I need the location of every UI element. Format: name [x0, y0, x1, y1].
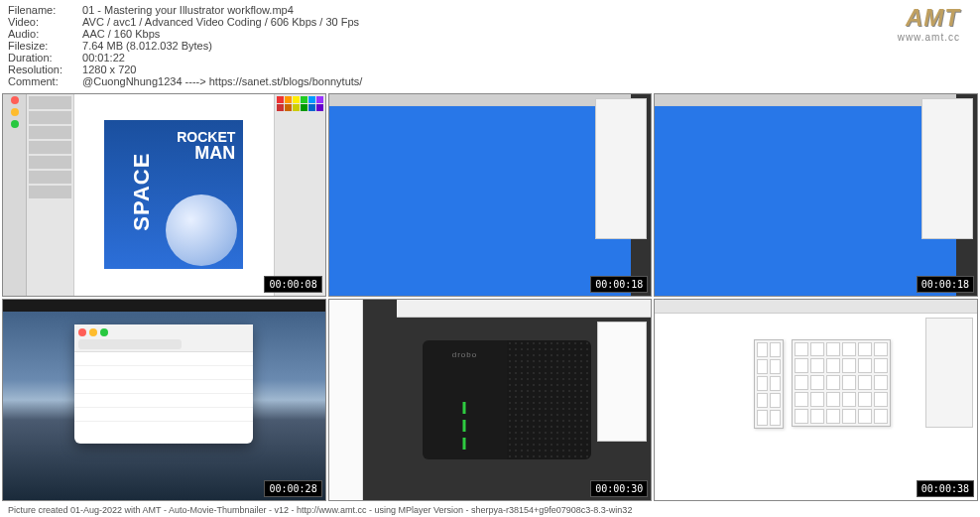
right-panel: [925, 318, 973, 428]
filesize-value: 7.64 MB (8.012.032 Bytes): [82, 40, 362, 52]
layer-item: [29, 156, 71, 169]
titlebar: [655, 300, 977, 314]
poster-artwork: ROCKETMAN SPACE: [104, 120, 243, 269]
menubar: [3, 300, 325, 312]
window-header: [74, 324, 253, 352]
thumbnail-6: 00:00:38: [654, 299, 978, 502]
audio-value: AAC / 160 Kbps: [82, 28, 362, 40]
swatch-icon: [277, 96, 284, 103]
tool-icon: [826, 392, 840, 407]
list-item: [74, 380, 253, 394]
duration-label: Duration:: [8, 52, 82, 64]
right-panel: [597, 322, 647, 443]
led-icon: [463, 402, 466, 414]
tool-icon: [757, 393, 768, 408]
swatch-icon: [301, 96, 307, 103]
titlebar: [655, 94, 956, 106]
minimize-icon: [11, 108, 19, 116]
metadata-table: Filename:01 - Mastering your Illustrator…: [8, 4, 362, 87]
tool-icon: [874, 358, 888, 373]
tool-icon: [874, 342, 888, 357]
filesize-label: Filesize:: [8, 40, 82, 52]
filename-value: 01 - Mastering your Illustrator workflow…: [82, 4, 362, 16]
tool-icon: [810, 358, 824, 373]
titlebar: [397, 300, 653, 318]
swatches-panel: [274, 94, 325, 296]
tool-icon: [858, 375, 872, 390]
right-panel: [595, 98, 647, 239]
led-icon: [463, 438, 466, 450]
tool-icon: [858, 358, 872, 373]
tool-icon: [810, 392, 824, 407]
timestamp-badge: 00:00:28: [264, 480, 321, 497]
timestamp-badge: 00:00:38: [917, 480, 974, 497]
tool-icon: [858, 409, 872, 424]
swatch-icon: [308, 96, 315, 103]
titlebar: [329, 94, 631, 106]
timestamp-badge: 00:00:18: [590, 276, 648, 293]
list-item: [74, 394, 253, 408]
comment-value: @CuongNhung1234 ----> https://sanet.st/b…: [82, 75, 362, 87]
tool-icon: [810, 342, 824, 357]
tool-icon: [770, 359, 781, 374]
tool-icon: [858, 342, 872, 357]
swatch-icon: [316, 96, 323, 103]
canvas: drobo: [363, 300, 652, 501]
poster-side-text: SPACE: [129, 153, 155, 231]
drobo-mesh: [507, 340, 591, 459]
tool-icon: [826, 358, 840, 373]
tool-icon: [795, 392, 808, 407]
tool-icon: [874, 392, 888, 407]
sidebar: [329, 300, 363, 501]
logo-url: www.amt.cc: [898, 32, 960, 43]
layers-panel: [27, 94, 74, 296]
swatch-icon: [301, 104, 307, 111]
tool-icon: [826, 375, 840, 390]
timestamp-badge: 00:00:08: [264, 276, 321, 293]
swatch-icon: [308, 104, 315, 111]
traffic-lights: [78, 328, 249, 336]
close-icon: [78, 328, 86, 336]
poster-title: ROCKETMAN: [177, 130, 235, 162]
tool-icon: [770, 342, 781, 357]
tool-icon: [842, 392, 856, 407]
thumbnail-2: 00:00:18: [328, 93, 653, 297]
timestamp-badge: 00:00:30: [590, 480, 648, 497]
list-item: [74, 408, 253, 422]
tool-icon: [826, 342, 840, 357]
tool-icon: [874, 409, 888, 424]
swatch-icon: [316, 104, 323, 111]
swatch-icon: [285, 104, 292, 111]
tool-icon: [826, 409, 840, 424]
filename-label: Filename:: [8, 4, 82, 16]
layer-item: [29, 186, 71, 198]
tool-icon: [795, 358, 808, 373]
tool-icon: [770, 393, 781, 408]
thumbnail-1: ROCKETMAN SPACE 00:00:08: [2, 93, 326, 297]
led-icon: [463, 420, 466, 432]
maximize-icon: [11, 120, 19, 128]
traffic-lights: [3, 94, 27, 296]
drobo-front: drobo: [423, 340, 507, 459]
drobo-device: drobo: [423, 340, 591, 459]
layer-item: [29, 96, 71, 109]
thumbnail-4: 00:00:28: [2, 299, 326, 502]
logo-text: AMT: [898, 4, 960, 32]
close-icon: [11, 96, 19, 104]
swatch-icon: [277, 104, 284, 111]
tool-icon: [757, 376, 768, 391]
search-input: [78, 339, 181, 349]
info-header: Filename:01 - Mastering your Illustrator…: [0, 0, 980, 91]
drobo-logo-text: drobo: [452, 350, 477, 359]
resolution-label: Resolution:: [8, 64, 82, 75]
tool-icon: [795, 342, 808, 357]
resolution-value: 1280 x 720: [82, 64, 362, 75]
tool-icon: [858, 392, 872, 407]
led-indicators: [463, 402, 466, 450]
footer-credits: Picture created 01-Aug-2022 with AMT - A…: [0, 503, 980, 517]
minimize-icon: [89, 328, 97, 336]
tools-grid-panel: [792, 339, 891, 427]
video-label: Video:: [8, 16, 82, 28]
thumbnail-grid: ROCKETMAN SPACE 00:00:08: [0, 91, 980, 503]
duration-value: 00:01:22: [82, 52, 362, 64]
